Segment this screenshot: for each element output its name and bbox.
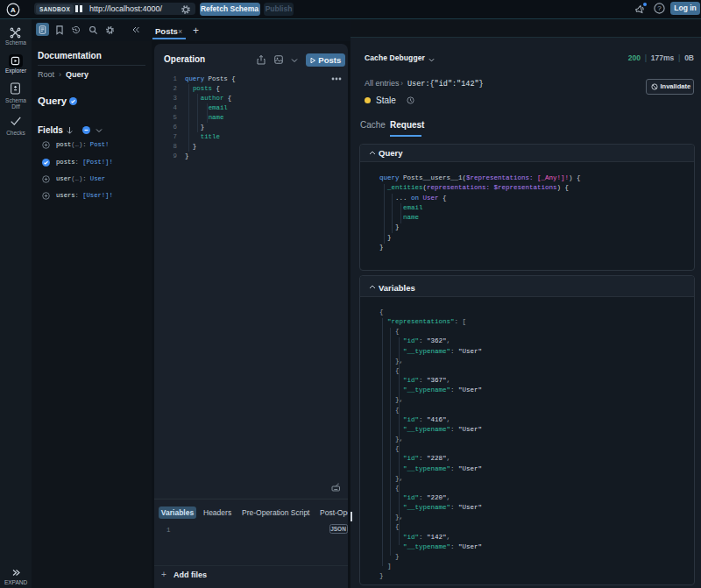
svg-text:?: ? — [657, 4, 662, 12]
svg-text:A: A — [11, 5, 16, 13]
